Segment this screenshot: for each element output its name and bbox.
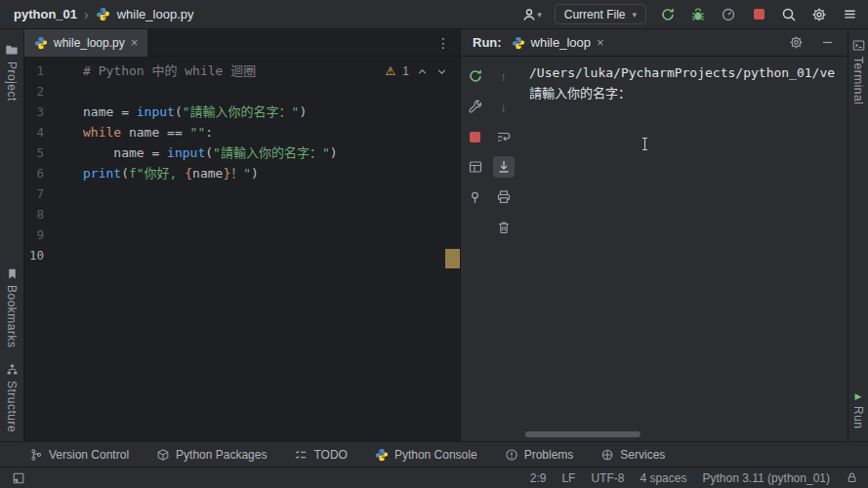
code-line[interactable]: name = input("請輸入你的名字：") [83, 102, 460, 122]
editor-code[interactable]: # Python 中的 while 迴圈name = input("請輸入你的名… [83, 57, 460, 441]
stripe-label-run: Run [851, 406, 865, 429]
stop-icon[interactable] [465, 126, 486, 147]
stripe-item-project[interactable]: Project [5, 43, 19, 102]
toolbar-label: Python Packages [176, 448, 267, 462]
stop-icon[interactable] [750, 6, 767, 23]
line-number: 6 [24, 163, 65, 183]
toolbar-services[interactable]: Services [600, 448, 665, 462]
titlebar: python_01 › while_loop.py ▾ Current File… [0, 0, 868, 29]
rerun-icon[interactable] [659, 6, 677, 23]
breadcrumb-project[interactable]: python_01 [14, 7, 77, 21]
run-tab-while-loop[interactable]: while_loop × [512, 35, 604, 50]
python-interpreter[interactable]: Python 3.11 (python_01) [702, 471, 830, 485]
code-line[interactable]: while name == "": [83, 122, 460, 142]
code-line[interactable] [83, 81, 460, 102]
print-icon[interactable] [493, 186, 515, 208]
run-toolwindow: Run: while_loop × [460, 29, 847, 441]
bookmark-icon [6, 267, 19, 280]
code-line[interactable]: print(f"你好, {name}！") [83, 163, 460, 183]
line-separator[interactable]: LF [561, 471, 575, 485]
tab-options-icon[interactable]: ⋮ [436, 35, 460, 51]
line-number: 1 [24, 61, 65, 81]
settings-gear-icon[interactable] [810, 6, 828, 23]
editor[interactable]: 12345678910 # Python 中的 while 迴圈name = i… [24, 57, 460, 441]
python-console-icon [375, 448, 389, 462]
run-configuration-label: Current File [564, 8, 626, 21]
run-tab-close-icon[interactable]: × [597, 36, 604, 49]
console[interactable]: /Users/luka/PycharmProjects/python_01/ve… [517, 57, 847, 441]
python-file-icon [34, 36, 48, 50]
run-tab-label: while_loop [531, 35, 591, 50]
run-configuration-selector[interactable]: Current File ▾ [555, 4, 646, 24]
line-number: 7 [24, 183, 65, 204]
editor-gutter: 12345678910 [24, 57, 83, 441]
debug-bug-icon[interactable] [689, 6, 707, 23]
editor-tab-while-loop[interactable]: while_loop.py × [24, 29, 147, 57]
stripe-item-run[interactable]: ▶ Run [851, 391, 865, 429]
profiler-icon[interactable] [720, 6, 737, 23]
warning-count: 1 [402, 61, 409, 82]
titlebar-actions: ▾ Current File ▾ [521, 4, 858, 24]
up-stack-trace-icon[interactable]: ↑ [493, 65, 515, 87]
stripe-item-bookmarks[interactable]: Bookmarks [5, 267, 19, 348]
code-line[interactable] [83, 204, 460, 224]
stripe-item-structure[interactable]: Structure [5, 363, 19, 432]
toolbar-python-packages[interactable]: Python Packages [156, 448, 267, 462]
search-everywhere-icon[interactable] [780, 6, 798, 23]
statusbar-widgets: 2:9 LF UTF-8 4 spaces Python 3.11 (pytho… [530, 471, 858, 485]
stripe-label-bookmarks: Bookmarks [5, 285, 19, 348]
services-icon [600, 448, 614, 462]
rerun-icon[interactable] [465, 65, 486, 87]
main-menu-icon[interactable] [841, 6, 858, 23]
pin-tab-icon[interactable] [465, 186, 486, 208]
breadcrumb: python_01 › while_loop.py [14, 7, 193, 22]
write-access-lock-icon[interactable] [846, 471, 858, 484]
problems-icon [505, 448, 518, 462]
toolbar-label: TODO [313, 448, 347, 462]
code-line[interactable] [83, 183, 460, 204]
breadcrumb-file[interactable]: while_loop.py [117, 7, 194, 21]
run-toolwindow-header: Run: while_loop × [461, 29, 847, 57]
user-account-icon[interactable]: ▾ [521, 6, 542, 23]
code-line[interactable]: name = input("請輸入你的名字：") [83, 142, 460, 163]
toolbar-version-control[interactable]: Version Control [29, 448, 129, 462]
toolbar-problems[interactable]: Problems [505, 448, 574, 462]
file-encoding[interactable]: UTF-8 [591, 471, 624, 485]
stripe-item-terminal[interactable]: Terminal [851, 39, 865, 104]
stripe-label-project: Project [5, 61, 19, 102]
next-problem-icon[interactable] [435, 65, 448, 78]
toolbar-todo[interactable]: TODO [294, 448, 347, 462]
project-folder-icon [5, 43, 19, 57]
console-output: /Users/luka/PycharmProjects/python_01/ve… [529, 62, 836, 103]
modify-run-config-wrench-icon[interactable] [465, 96, 486, 117]
down-stack-trace-icon[interactable]: ↓ [493, 96, 515, 117]
right-toolwindow-stripe: Terminal ▶ Run [847, 29, 868, 441]
clear-all-trash-icon[interactable] [493, 217, 515, 238]
statusbar: 2:9 LF UTF-8 4 spaces Python 3.11 (pytho… [0, 467, 868, 488]
hide-toolwindow-icon[interactable] [818, 34, 836, 52]
horizontal-scrollbar-thumb[interactable] [525, 431, 641, 437]
caret-position[interactable]: 2:9 [530, 471, 547, 485]
run-header-actions [787, 34, 836, 52]
run-settings-gear-icon[interactable] [787, 34, 805, 52]
pycharm-window: python_01 › while_loop.py ▾ Current File… [0, 0, 868, 488]
scroll-to-end-icon[interactable] [493, 156, 515, 178]
toolwindow-switcher-icon[interactable] [10, 469, 27, 487]
prev-problem-icon[interactable] [416, 65, 429, 78]
code-line[interactable] [83, 224, 460, 245]
code-line[interactable] [83, 245, 460, 265]
restore-layout-icon[interactable] [465, 156, 486, 178]
structure-icon [6, 363, 19, 376]
inspections-widget[interactable]: ⚠ 1 [386, 61, 448, 82]
soft-wrap-icon[interactable] [493, 126, 515, 147]
tab-close-icon[interactable]: × [131, 36, 139, 49]
console-line: /Users/luka/PycharmProjects/python_01/ve [529, 62, 836, 83]
indent-style[interactable]: 4 spaces [640, 471, 686, 485]
editor-pane: while_loop.py × ⋮ 12345678910 # Python 中… [24, 29, 460, 441]
line-number: 10 [24, 245, 65, 265]
packages-icon [156, 448, 170, 462]
console-line: 請輸入你的名字： [529, 83, 836, 103]
toolbar-python-console[interactable]: Python Console [375, 448, 477, 462]
toolbar-label: Version Control [49, 448, 129, 462]
warning-icon: ⚠ [386, 61, 396, 82]
